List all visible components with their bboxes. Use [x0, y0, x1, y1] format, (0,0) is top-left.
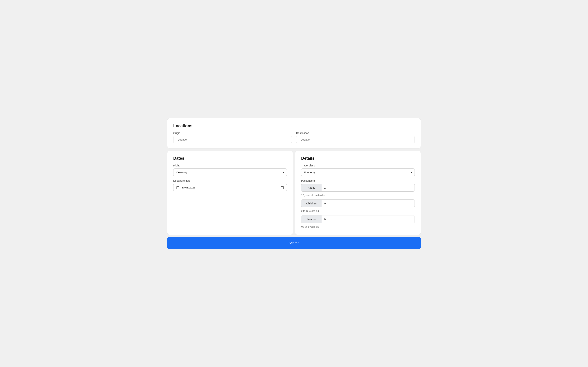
origin-input[interactable]	[178, 138, 289, 141]
passengers-section: Adults 12 years old and older Children 2…	[301, 184, 415, 230]
calendar-left-icon	[176, 186, 180, 189]
adults-label: Adults	[301, 184, 321, 192]
destination-label: Destination	[296, 132, 415, 134]
children-label: Children	[301, 200, 321, 207]
adults-input[interactable]	[321, 184, 415, 192]
passengers-label: Passengers	[301, 179, 415, 182]
travel-class-select[interactable]: Economy Business First	[301, 168, 415, 176]
locations-card: Locations Origin Destination	[167, 118, 421, 149]
flight-select-wrapper: One-way Round-trip Multi-city ▾	[173, 168, 287, 176]
calendar-right-icon[interactable]	[280, 186, 284, 189]
infants-row: Infants	[301, 215, 415, 223]
destination-field: Destination	[296, 132, 415, 143]
departure-date-wrapper	[173, 184, 287, 192]
travel-class-select-wrapper: Economy Business First ▾	[301, 168, 415, 176]
details-title: Details	[301, 156, 415, 161]
children-row: Children	[301, 200, 415, 207]
flight-select[interactable]: One-way Round-trip Multi-city	[173, 168, 287, 176]
dates-title: Dates	[173, 156, 287, 161]
locations-title: Locations	[173, 124, 415, 128]
travel-class-label: Travel class	[301, 164, 415, 167]
origin-label: Origin	[173, 132, 292, 134]
origin-field: Origin	[173, 132, 292, 143]
departure-date-input[interactable]	[182, 186, 278, 189]
adults-row: Adults	[301, 184, 415, 192]
adults-hint: 12 years old and older	[301, 194, 415, 197]
children-hint: 2 to 12 years old	[301, 209, 415, 212]
search-button[interactable]: Search	[167, 237, 421, 249]
children-input[interactable]	[321, 200, 415, 207]
flight-label: Flight	[173, 164, 287, 167]
app-container: Locations Origin Destination	[167, 118, 421, 249]
infants-input[interactable]	[321, 216, 415, 223]
origin-input-wrapper	[173, 136, 292, 143]
locations-grid: Origin Destination	[173, 132, 415, 143]
destination-input[interactable]	[301, 138, 412, 141]
details-card: Details Travel class Economy Business Fi…	[295, 151, 421, 235]
infants-label: Infants	[301, 216, 321, 223]
departure-label: Departure date	[173, 179, 287, 182]
destination-input-wrapper	[296, 136, 415, 143]
infants-hint: Up to 2 years old	[301, 225, 415, 228]
bottom-cards: Dates Flight One-way Round-trip Multi-ci…	[167, 151, 421, 235]
dates-card: Dates Flight One-way Round-trip Multi-ci…	[167, 151, 293, 235]
